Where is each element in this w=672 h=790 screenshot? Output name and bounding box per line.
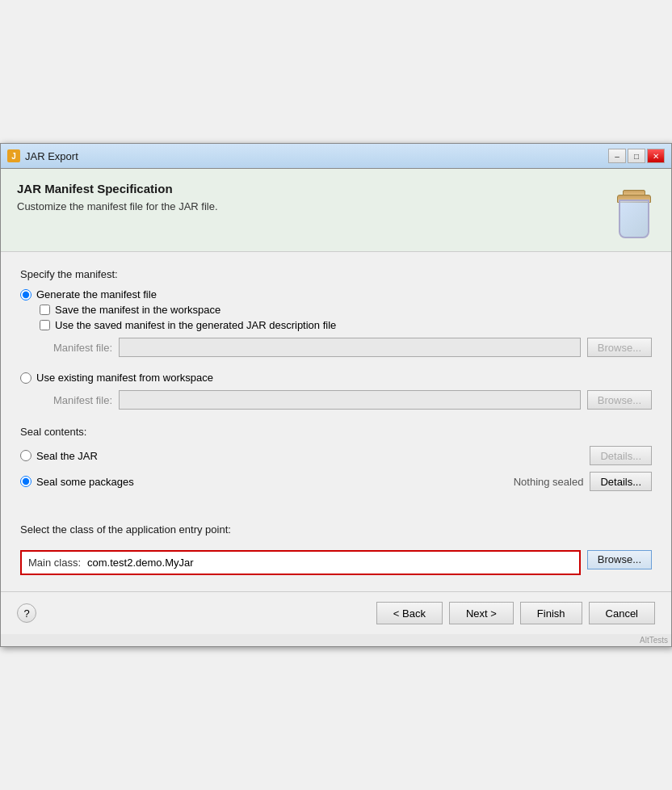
back-button[interactable]: < Back: [376, 602, 443, 624]
browse-button-1[interactable]: Browse...: [587, 338, 652, 357]
finish-button[interactable]: Finish: [520, 602, 582, 624]
close-button[interactable]: ✕: [647, 149, 665, 163]
generate-manifest-option: Generate the manifest file: [20, 288, 652, 300]
manifest-radio-group: Generate the manifest file Save the mani…: [20, 288, 652, 357]
use-saved-checkbox[interactable]: [40, 320, 50, 330]
browse-button-2[interactable]: Browse...: [587, 390, 652, 410]
use-existing-label: Use existing manifest from workspace: [36, 372, 213, 384]
seal-packages-row: Seal some packages Nothing sealed Detail…: [20, 472, 652, 491]
seal-jar-left: Seal the JAR: [20, 450, 98, 462]
seal-jar-details-button[interactable]: Details...: [590, 446, 652, 465]
title-bar-controls: – □ ✕: [608, 149, 665, 163]
main-class-browse-button[interactable]: Browse...: [587, 550, 652, 569]
save-workspace-option: Save the manifest in the workspace: [40, 304, 652, 316]
main-class-input[interactable]: [87, 557, 573, 569]
help-button[interactable]: ?: [17, 603, 36, 623]
window-title: JAR Export: [25, 150, 603, 162]
seal-jar-label: Seal the JAR: [36, 450, 98, 462]
restore-button[interactable]: □: [628, 149, 645, 163]
use-existing-option: Use existing manifest from workspace: [20, 372, 652, 384]
main-class-row: Main class:: [20, 550, 581, 575]
seal-packages-radio[interactable]: [20, 476, 32, 487]
footer-buttons: < Back Next > Finish Cancel: [376, 602, 655, 624]
window-icon: J: [7, 149, 20, 162]
entry-section-label: Select the class of the application entr…: [20, 523, 652, 536]
manifest-file-row-2: Manifest file: Browse...: [40, 390, 652, 410]
use-saved-label: Use the saved manifest in the generated …: [55, 319, 336, 331]
entry-section: Select the class of the application entr…: [20, 523, 652, 575]
generate-manifest-radio[interactable]: [20, 289, 32, 300]
save-workspace-checkbox[interactable]: [40, 305, 50, 315]
manifest-file-label-2: Manifest file:: [40, 394, 112, 406]
use-existing-radio[interactable]: [20, 372, 32, 384]
seal-packages-label: Seal some packages: [36, 476, 134, 488]
header-subtitle: Customize the manifest file for the JAR …: [17, 200, 218, 212]
seal-jar-right: Details...: [590, 446, 652, 465]
save-workspace-label: Save the manifest in the workspace: [55, 304, 220, 316]
watermark: AltTests: [1, 634, 671, 646]
cancel-button[interactable]: Cancel: [589, 602, 655, 624]
header-section: JAR Manifest Specification Customize the…: [1, 169, 671, 252]
use-saved-option: Use the saved manifest in the generated …: [40, 319, 652, 331]
main-class-label: Main class:: [28, 557, 81, 569]
seal-packages-left: Seal some packages: [20, 476, 134, 488]
manifest-file-input-2[interactable]: [119, 390, 581, 410]
seal-jar-row: Seal the JAR Details...: [20, 446, 652, 465]
jar-body: [619, 200, 649, 238]
seal-section-label: Seal contents:: [20, 426, 652, 438]
seal-section: Seal the JAR Details... Seal some packag…: [20, 446, 652, 491]
main-content: Specify the manifest: Generate the manif…: [1, 252, 671, 591]
nothing-sealed-text: Nothing sealed: [514, 476, 584, 488]
main-window: J JAR Export – □ ✕ JAR Manifest Specific…: [0, 143, 672, 647]
minimize-button[interactable]: –: [608, 149, 626, 163]
seal-packages-right: Nothing sealed Details...: [514, 472, 652, 491]
seal-jar-radio[interactable]: [20, 450, 32, 461]
title-bar: J JAR Export – □ ✕: [1, 144, 671, 169]
manifest-file-label-1: Manifest file:: [40, 342, 112, 354]
manifest-section-label: Specify the manifest:: [20, 268, 652, 280]
header-icon-area: [607, 182, 655, 238]
manifest-file-row-1: Manifest file: Browse...: [40, 338, 652, 357]
footer: ? < Back Next > Finish Cancel: [1, 591, 671, 634]
manifest-file-input-1[interactable]: [119, 338, 581, 357]
jar-icon: [615, 190, 655, 238]
generate-manifest-label: Generate the manifest file: [36, 288, 157, 300]
next-button[interactable]: Next >: [449, 602, 514, 624]
header-text: JAR Manifest Specification Customize the…: [17, 182, 218, 212]
header-title: JAR Manifest Specification: [17, 182, 218, 195]
seal-packages-details-button[interactable]: Details...: [590, 472, 652, 491]
